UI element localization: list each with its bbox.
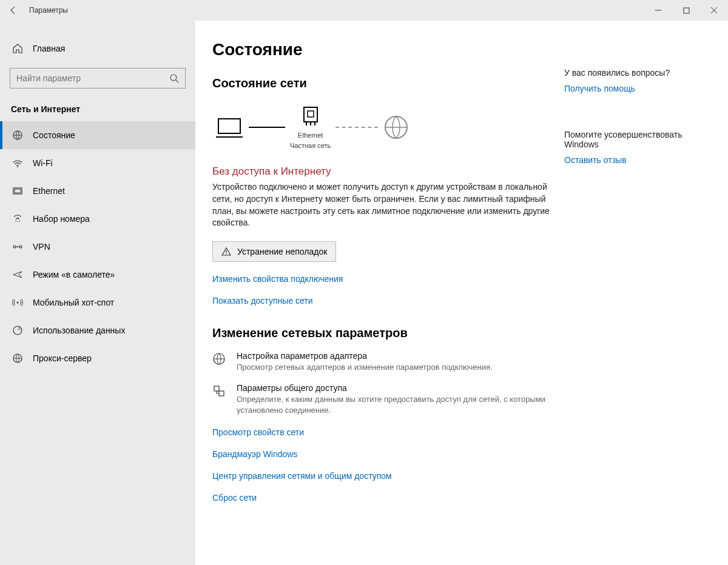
data-usage-icon xyxy=(11,325,24,336)
link-get-help[interactable]: Получить помощь xyxy=(564,84,635,93)
sidebar-home-label: Главная xyxy=(24,44,65,53)
warning-icon xyxy=(221,247,231,256)
sidebar-item-label: Мобильный хот-спот xyxy=(24,298,114,307)
sidebar-item-label: Прокси-сервер xyxy=(24,353,92,363)
status-icon xyxy=(11,130,24,141)
close-button[interactable] xyxy=(700,0,728,21)
error-title: Без доступа к Интернету xyxy=(212,165,552,178)
minimize-icon xyxy=(655,7,662,14)
sidebar: Главная Сеть и Интернет Состояние Wi-Fi … xyxy=(0,21,195,565)
section-status: Состояние сети xyxy=(212,76,552,90)
link-sharing-center[interactable]: Центр управления сетями и общим доступом xyxy=(212,471,392,481)
svg-point-9 xyxy=(13,246,16,248)
dialup-icon xyxy=(11,213,24,224)
sidebar-item-label: Состояние xyxy=(24,130,75,140)
option-sharing[interactable]: Параметры общего доступа Определите, к к… xyxy=(212,383,552,415)
troubleshoot-label: Устранение неполадок xyxy=(237,247,327,256)
svg-rect-5 xyxy=(15,189,21,193)
diagram-conn-name: Ethernet xyxy=(298,132,323,139)
hotspot-icon xyxy=(11,297,24,308)
window-title: Параметры xyxy=(27,6,68,15)
ethernet-icon xyxy=(11,186,24,196)
section-change: Изменение сетевых параметров xyxy=(212,326,552,340)
sidebar-item-label: VPN xyxy=(24,242,50,252)
svg-point-18 xyxy=(226,253,227,255)
svg-point-3 xyxy=(17,166,18,167)
search-box[interactable] xyxy=(10,68,186,89)
network-adapter-icon xyxy=(300,105,321,129)
maximize-icon xyxy=(683,7,690,14)
sidebar-item-label: Ethernet xyxy=(24,186,65,196)
svg-rect-14 xyxy=(218,119,240,133)
help-title: У вас появились вопросы? xyxy=(564,68,704,78)
svg-rect-21 xyxy=(219,391,224,396)
sidebar-item-status[interactable]: Состояние xyxy=(0,121,195,149)
link-view-props[interactable]: Просмотр свойств сети xyxy=(212,427,304,437)
option-title: Параметры общего доступа xyxy=(237,383,552,393)
computer-icon xyxy=(215,115,244,139)
link-reset[interactable]: Сброс сети xyxy=(212,493,257,503)
svg-point-7 xyxy=(17,221,18,222)
close-icon xyxy=(710,7,718,14)
sidebar-item-label: Использование данных xyxy=(24,326,125,335)
option-title: Настройка параметров адаптера xyxy=(237,351,552,361)
arrow-left-icon xyxy=(8,5,18,15)
svg-point-8 xyxy=(19,221,20,222)
link-change-props[interactable]: Изменить свойства подключения xyxy=(212,274,343,284)
home-icon xyxy=(11,43,24,54)
link-show-networks[interactable]: Показать доступные сети xyxy=(212,296,313,306)
sidebar-group-title: Сеть и Интернет xyxy=(0,97,195,121)
back-button[interactable] xyxy=(0,0,27,21)
sidebar-item-dialup[interactable]: Набор номера xyxy=(0,205,195,233)
option-desc: Определите, к каким данным вы хотите пре… xyxy=(237,394,552,415)
maximize-button[interactable] xyxy=(672,0,700,21)
svg-rect-0 xyxy=(684,8,689,13)
minimize-button[interactable] xyxy=(644,0,672,21)
diagram-conn-type: Частная сеть xyxy=(290,142,331,150)
vpn-icon xyxy=(11,241,24,252)
option-adapter[interactable]: Настройка параметров адаптера Просмотр с… xyxy=(212,351,552,373)
search-icon xyxy=(169,73,179,83)
svg-rect-16 xyxy=(308,111,314,117)
sidebar-item-wifi[interactable]: Wi-Fi xyxy=(0,149,195,177)
network-diagram: Ethernet Частная сеть xyxy=(212,101,552,152)
svg-point-11 xyxy=(17,302,19,304)
error-body: Устройство подключено и может получить д… xyxy=(212,181,552,229)
svg-point-6 xyxy=(15,221,16,222)
adapter-settings-icon xyxy=(212,351,228,373)
sidebar-item-hotspot[interactable]: Мобильный хот-спот xyxy=(0,289,195,316)
feedback-title: Помогите усовершенствовать Windows xyxy=(564,130,704,149)
airplane-icon xyxy=(11,269,24,280)
link-feedback[interactable]: Оставить отзыв xyxy=(564,155,627,165)
sidebar-home[interactable]: Главная xyxy=(0,35,195,62)
proxy-icon xyxy=(11,353,24,364)
svg-point-10 xyxy=(19,246,22,248)
svg-point-1 xyxy=(170,75,177,81)
link-firewall[interactable]: Брандмауэр Windows xyxy=(212,449,297,459)
globe-icon xyxy=(383,114,410,141)
wifi-icon xyxy=(11,158,24,169)
sidebar-item-label: Режим «в самолете» xyxy=(24,270,115,279)
svg-rect-20 xyxy=(214,386,219,391)
sharing-icon xyxy=(212,383,228,415)
sidebar-item-label: Набор номера xyxy=(24,214,90,224)
troubleshoot-button[interactable]: Устранение неполадок xyxy=(212,241,336,262)
sidebar-item-vpn[interactable]: VPN xyxy=(0,233,195,261)
sidebar-item-ethernet[interactable]: Ethernet xyxy=(0,177,195,205)
search-input[interactable] xyxy=(16,73,169,83)
option-desc: Просмотр сетевых адаптеров и изменение п… xyxy=(237,362,552,373)
sidebar-item-airplane[interactable]: Режим «в самолете» xyxy=(0,261,195,289)
sidebar-item-data-usage[interactable]: Использование данных xyxy=(0,316,195,344)
sidebar-item-label: Wi-Fi xyxy=(24,158,53,168)
page-title: Состояние xyxy=(212,40,552,59)
svg-rect-15 xyxy=(304,107,317,122)
sidebar-item-proxy[interactable]: Прокси-сервер xyxy=(0,344,195,372)
